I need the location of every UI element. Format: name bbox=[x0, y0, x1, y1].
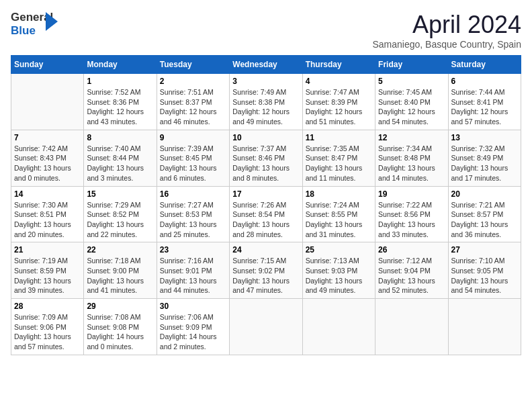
calendar-cell bbox=[230, 299, 302, 355]
calendar-week-row: 1Sunrise: 7:52 AM Sunset: 8:36 PM Daylig… bbox=[11, 74, 521, 130]
day-content: Sunrise: 7:12 AM Sunset: 9:04 PM Dayligh… bbox=[378, 256, 445, 295]
day-content: Sunrise: 7:30 AM Sunset: 8:51 PM Dayligh… bbox=[14, 200, 81, 240]
day-number: 19 bbox=[378, 189, 445, 199]
calendar-cell: 9Sunrise: 7:39 AM Sunset: 8:45 PM Daylig… bbox=[157, 130, 229, 186]
calendar-cell: 23Sunrise: 7:16 AM Sunset: 9:01 PM Dayli… bbox=[157, 242, 229, 299]
day-number: 7 bbox=[14, 133, 81, 142]
day-content: Sunrise: 7:18 AM Sunset: 9:00 PM Dayligh… bbox=[87, 256, 153, 295]
day-content: Sunrise: 7:32 AM Sunset: 8:49 PM Dayligh… bbox=[451, 144, 518, 183]
header-day-sunday: Sunday bbox=[11, 56, 84, 74]
day-number: 1 bbox=[87, 77, 153, 86]
day-content: Sunrise: 7:16 AM Sunset: 9:01 PM Dayligh… bbox=[160, 256, 226, 295]
day-number: 27 bbox=[451, 245, 518, 255]
day-number: 4 bbox=[306, 77, 372, 86]
day-content: Sunrise: 7:49 AM Sunset: 8:38 PM Dayligh… bbox=[232, 87, 299, 127]
calendar-week-row: 21Sunrise: 7:19 AM Sunset: 8:59 PM Dayli… bbox=[11, 242, 521, 299]
day-number: 11 bbox=[306, 133, 372, 142]
day-content: Sunrise: 7:29 AM Sunset: 8:52 PM Dayligh… bbox=[87, 200, 153, 240]
day-content: Sunrise: 7:40 AM Sunset: 8:44 PM Dayligh… bbox=[87, 144, 153, 183]
calendar-cell: 7Sunrise: 7:42 AM Sunset: 8:43 PM Daylig… bbox=[11, 130, 84, 186]
calendar-cell: 5Sunrise: 7:45 AM Sunset: 8:40 PM Daylig… bbox=[375, 74, 448, 130]
day-number: 22 bbox=[87, 245, 153, 255]
day-number: 24 bbox=[232, 245, 299, 255]
calendar-cell bbox=[448, 299, 521, 355]
calendar-cell: 2Sunrise: 7:51 AM Sunset: 8:37 PM Daylig… bbox=[157, 74, 229, 130]
location-subtitle: Samaniego, Basque Country, Spain bbox=[372, 39, 521, 50]
calendar-cell: 22Sunrise: 7:18 AM Sunset: 9:00 PM Dayli… bbox=[84, 242, 157, 299]
calendar-cell: 12Sunrise: 7:34 AM Sunset: 8:48 PM Dayli… bbox=[375, 130, 448, 186]
day-number: 30 bbox=[160, 302, 226, 311]
day-number: 2 bbox=[160, 77, 226, 86]
day-content: Sunrise: 7:22 AM Sunset: 8:56 PM Dayligh… bbox=[378, 200, 445, 240]
calendar-cell bbox=[11, 74, 84, 130]
calendar-cell: 20Sunrise: 7:21 AM Sunset: 8:57 PM Dayli… bbox=[448, 186, 521, 242]
day-content: Sunrise: 7:37 AM Sunset: 8:46 PM Dayligh… bbox=[232, 144, 299, 183]
day-content: Sunrise: 7:39 AM Sunset: 8:45 PM Dayligh… bbox=[160, 144, 226, 183]
day-content: Sunrise: 7:42 AM Sunset: 8:43 PM Dayligh… bbox=[14, 144, 81, 183]
calendar-cell bbox=[302, 299, 375, 355]
day-content: Sunrise: 7:21 AM Sunset: 8:57 PM Dayligh… bbox=[451, 200, 518, 240]
calendar-cell: 15Sunrise: 7:29 AM Sunset: 8:52 PM Dayli… bbox=[84, 186, 157, 242]
header-day-tuesday: Tuesday bbox=[157, 56, 229, 74]
day-number: 12 bbox=[378, 133, 445, 142]
day-number: 26 bbox=[378, 245, 445, 255]
day-content: Sunrise: 7:13 AM Sunset: 9:03 PM Dayligh… bbox=[306, 256, 372, 295]
day-number: 20 bbox=[451, 189, 518, 199]
day-number: 9 bbox=[160, 133, 226, 142]
month-title: April 2024 bbox=[372, 11, 521, 39]
logo-blue-text: Blue bbox=[11, 24, 36, 38]
day-content: Sunrise: 7:09 AM Sunset: 9:06 PM Dayligh… bbox=[14, 312, 81, 352]
day-content: Sunrise: 7:08 AM Sunset: 9:08 PM Dayligh… bbox=[87, 312, 153, 352]
calendar-cell: 4Sunrise: 7:47 AM Sunset: 8:39 PM Daylig… bbox=[302, 74, 375, 130]
calendar-cell: 19Sunrise: 7:22 AM Sunset: 8:56 PM Dayli… bbox=[375, 186, 448, 242]
calendar-cell: 21Sunrise: 7:19 AM Sunset: 8:59 PM Dayli… bbox=[11, 242, 84, 299]
calendar-cell: 24Sunrise: 7:15 AM Sunset: 9:02 PM Dayli… bbox=[230, 242, 302, 299]
calendar-cell: 1Sunrise: 7:52 AM Sunset: 8:36 PM Daylig… bbox=[84, 74, 157, 130]
day-number: 23 bbox=[160, 245, 226, 255]
day-content: Sunrise: 7:06 AM Sunset: 9:09 PM Dayligh… bbox=[160, 312, 226, 352]
header-day-friday: Friday bbox=[375, 56, 448, 74]
calendar-cell: 29Sunrise: 7:08 AM Sunset: 9:08 PM Dayli… bbox=[84, 299, 157, 355]
logo: General Blue bbox=[11, 11, 51, 44]
day-number: 13 bbox=[451, 133, 518, 142]
day-number: 28 bbox=[14, 302, 81, 311]
day-content: Sunrise: 7:19 AM Sunset: 8:59 PM Dayligh… bbox=[14, 256, 81, 295]
day-number: 5 bbox=[378, 77, 445, 86]
day-content: Sunrise: 7:27 AM Sunset: 8:53 PM Dayligh… bbox=[160, 200, 226, 240]
day-content: Sunrise: 7:10 AM Sunset: 9:05 PM Dayligh… bbox=[451, 256, 518, 295]
calendar-cell bbox=[375, 299, 448, 355]
calendar-week-row: 7Sunrise: 7:42 AM Sunset: 8:43 PM Daylig… bbox=[11, 130, 521, 186]
logo-icon bbox=[46, 12, 58, 31]
calendar-cell: 30Sunrise: 7:06 AM Sunset: 9:09 PM Dayli… bbox=[157, 299, 229, 355]
calendar-cell: 18Sunrise: 7:24 AM Sunset: 8:55 PM Dayli… bbox=[302, 186, 375, 242]
day-number: 29 bbox=[87, 302, 153, 311]
calendar-cell: 6Sunrise: 7:44 AM Sunset: 8:41 PM Daylig… bbox=[448, 74, 521, 130]
calendar-cell: 14Sunrise: 7:30 AM Sunset: 8:51 PM Dayli… bbox=[11, 186, 84, 242]
calendar-cell: 26Sunrise: 7:12 AM Sunset: 9:04 PM Dayli… bbox=[375, 242, 448, 299]
day-number: 21 bbox=[14, 245, 81, 255]
day-number: 3 bbox=[232, 77, 299, 86]
day-content: Sunrise: 7:44 AM Sunset: 8:41 PM Dayligh… bbox=[451, 87, 518, 127]
day-number: 15 bbox=[87, 189, 153, 199]
calendar-week-row: 14Sunrise: 7:30 AM Sunset: 8:51 PM Dayli… bbox=[11, 186, 521, 242]
day-content: Sunrise: 7:35 AM Sunset: 8:47 PM Dayligh… bbox=[306, 144, 372, 183]
calendar-cell: 27Sunrise: 7:10 AM Sunset: 9:05 PM Dayli… bbox=[448, 242, 521, 299]
calendar-cell: 8Sunrise: 7:40 AM Sunset: 8:44 PM Daylig… bbox=[84, 130, 157, 186]
day-number: 6 bbox=[451, 77, 518, 86]
day-content: Sunrise: 7:34 AM Sunset: 8:48 PM Dayligh… bbox=[378, 144, 445, 183]
day-content: Sunrise: 7:15 AM Sunset: 9:02 PM Dayligh… bbox=[232, 256, 299, 295]
day-content: Sunrise: 7:52 AM Sunset: 8:36 PM Dayligh… bbox=[87, 87, 153, 127]
header-day-saturday: Saturday bbox=[448, 56, 521, 74]
header-day-wednesday: Wednesday bbox=[230, 56, 302, 74]
day-content: Sunrise: 7:51 AM Sunset: 8:37 PM Dayligh… bbox=[160, 87, 226, 127]
header-day-monday: Monday bbox=[84, 56, 157, 74]
title-area: April 2024 Samaniego, Basque Country, Sp… bbox=[372, 11, 521, 50]
calendar-cell: 28Sunrise: 7:09 AM Sunset: 9:06 PM Dayli… bbox=[11, 299, 84, 355]
header: General Blue April 2024 Samaniego, Basqu… bbox=[11, 11, 521, 50]
header-day-thursday: Thursday bbox=[302, 56, 375, 74]
svg-marker-0 bbox=[46, 12, 58, 31]
day-number: 14 bbox=[14, 189, 81, 199]
calendar-header-row: SundayMondayTuesdayWednesdayThursdayFrid… bbox=[11, 56, 521, 74]
day-content: Sunrise: 7:24 AM Sunset: 8:55 PM Dayligh… bbox=[306, 200, 372, 240]
day-number: 18 bbox=[306, 189, 372, 199]
